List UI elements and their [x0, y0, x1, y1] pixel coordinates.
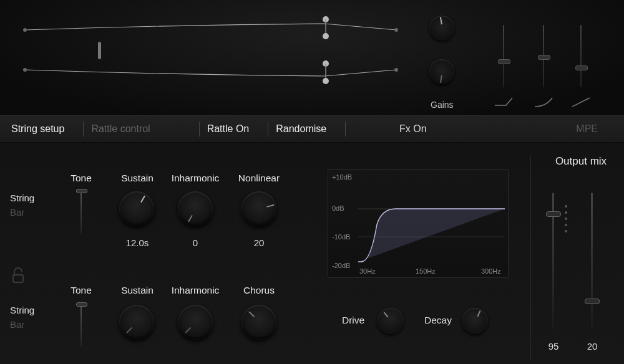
string2-mode-string[interactable]: String	[10, 305, 47, 315]
separator	[268, 122, 268, 136]
nonlinear1-knob[interactable]	[241, 191, 276, 226]
chorus-knob[interactable]	[241, 305, 276, 340]
separator	[83, 122, 84, 136]
drive-label: Drive	[342, 315, 364, 326]
svg-point-9	[323, 78, 329, 84]
svg-rect-10	[98, 42, 101, 59]
slope-icon	[572, 97, 591, 108]
graph-y-minus10: -10dB	[332, 233, 350, 241]
filter-curve	[358, 175, 505, 268]
tone2-label: Tone	[53, 285, 109, 296]
svg-point-4	[323, 33, 329, 39]
graph-y-minus20: -20dB	[332, 262, 350, 269]
svg-point-6	[394, 68, 398, 72]
tab-rattle-control[interactable]: Rattle control	[91, 123, 150, 135]
graph-x-300: 300Hz	[481, 267, 501, 275]
gain-knob-1[interactable]	[429, 16, 454, 41]
top-slider-2[interactable]	[543, 25, 544, 87]
mpe-button[interactable]: MPE	[576, 123, 598, 135]
output-value-2: 20	[580, 341, 605, 352]
chorus-label: Chorus	[231, 285, 287, 296]
lock-icon[interactable]	[11, 267, 25, 284]
nonlinear1-value: 20	[231, 237, 287, 248]
fx-on-button[interactable]: Fx On	[399, 123, 427, 135]
decay-label: Decay	[424, 315, 452, 326]
gain-knob-2[interactable]	[429, 59, 454, 84]
output-title: Output mix	[544, 155, 618, 168]
inharmonic1-value: 0	[167, 237, 223, 248]
toolbar: String setup Rattle control Rattle On Ra…	[0, 115, 624, 143]
sustain1-value: 12.0s	[109, 237, 165, 248]
rattle-on-button[interactable]: Rattle On	[207, 123, 250, 135]
string2-mode[interactable]: String Bar	[10, 305, 47, 330]
main-panel: String Bar String Bar Tone Sustain Inhar…	[0, 143, 624, 364]
tab-string-setup[interactable]: String setup	[11, 123, 64, 135]
tone1-label: Tone	[53, 173, 109, 184]
top-slider-3[interactable]	[580, 25, 582, 87]
graph-y-plus10: +10dB	[332, 173, 352, 181]
graph-x-150: 150Hz	[416, 267, 436, 275]
inharmonic1-knob[interactable]	[178, 191, 213, 226]
string1-mode[interactable]: String Bar	[10, 193, 47, 218]
string2-mode-bar[interactable]: Bar	[10, 319, 47, 330]
separator	[345, 122, 346, 136]
tone2-slider[interactable]	[80, 304, 82, 347]
highpass-icon	[535, 97, 553, 108]
nonlinear1-label: Nonlinear	[231, 173, 287, 184]
string1-mode-bar[interactable]: Bar	[10, 207, 47, 218]
svg-point-5	[23, 68, 27, 72]
svg-point-1	[394, 28, 398, 32]
output-level-dots	[565, 205, 567, 232]
graph-y-0: 0dB	[332, 204, 344, 212]
string-visualizer: Gains	[0, 0, 624, 115]
tone1-slider[interactable]	[80, 190, 82, 234]
svg-point-0	[23, 28, 27, 32]
string-waveform	[0, 0, 412, 115]
output-value-1: 95	[541, 341, 566, 352]
decay-knob[interactable]	[462, 308, 488, 334]
separator	[199, 122, 200, 136]
sustain1-label: Sustain	[109, 173, 165, 184]
svg-rect-11	[13, 275, 23, 282]
sustain1-knob[interactable]	[119, 191, 154, 226]
graph-x-30: 30Hz	[359, 267, 376, 275]
filter-graph[interactable]: +10dB 0dB -10dB -20dB 30Hz 150Hz 300Hz	[328, 169, 509, 278]
output-section: Output mix 95 20	[530, 155, 618, 361]
output-slider-2[interactable]	[591, 193, 593, 330]
sustain2-label: Sustain	[109, 285, 165, 296]
gains-label: Gains	[431, 100, 454, 110]
sustain2-knob[interactable]	[119, 305, 154, 340]
top-slider-1[interactable]	[503, 25, 504, 87]
string1-mode-string[interactable]: String	[10, 193, 47, 203]
inharmonic1-label: Inharmonic	[167, 173, 223, 184]
randomise-button[interactable]: Randomise	[276, 123, 326, 135]
output-slider-1[interactable]	[552, 193, 554, 330]
drive-knob[interactable]	[378, 308, 404, 334]
lowpass-icon	[495, 97, 514, 108]
inharmonic2-label: Inharmonic	[167, 285, 223, 296]
inharmonic2-knob[interactable]	[178, 305, 213, 340]
